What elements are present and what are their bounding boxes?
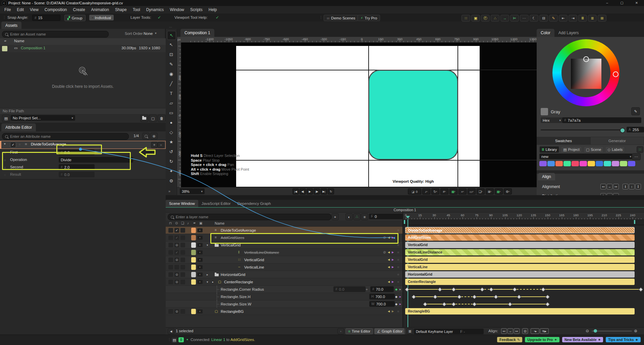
swatch-4[interactable] bbox=[572, 161, 579, 166]
enabled-checkbox[interactable]: ✓ bbox=[174, 228, 179, 233]
loop-button[interactable]: ↻ bbox=[328, 188, 334, 194]
project-button[interactable]: ▤Project bbox=[561, 146, 582, 153]
tab-viewport-composition[interactable]: Composition 1 bbox=[180, 29, 214, 37]
align-keys-right-icon[interactable]: ↦ bbox=[514, 328, 520, 334]
console-icon[interactable]: ▤ bbox=[171, 337, 178, 343]
enabled-checkbox[interactable]: ✓ bbox=[174, 235, 179, 240]
swatch-6[interactable] bbox=[588, 161, 595, 166]
layer-name[interactable]: DivideToGetAverage bbox=[221, 227, 256, 234]
keyframe[interactable] bbox=[489, 287, 493, 292]
layer-name[interactable]: VerticalLine bbox=[244, 264, 264, 271]
next-keyframe-icon[interactable]: ▸ bbox=[399, 286, 401, 293]
prev-keyframe-icon[interactable]: ◀ bbox=[388, 308, 390, 315]
current-color-chip[interactable] bbox=[541, 108, 548, 115]
track-bar-dividetogetaverage[interactable]: DivideToGetAverage bbox=[405, 227, 635, 233]
keyframe[interactable] bbox=[494, 295, 498, 299]
swatch-5[interactable] bbox=[580, 161, 587, 166]
render-toggle[interactable]: ◖ bbox=[197, 250, 203, 254]
camera-counter[interactable]: ◪ 0 bbox=[408, 188, 421, 194]
visibility-toggle[interactable]: ⊙ bbox=[174, 272, 179, 277]
statusbar-grip[interactable]: ⋮ bbox=[168, 338, 171, 341]
align-left-icon[interactable]: ↤ bbox=[600, 184, 606, 189]
menu-file[interactable]: File bbox=[1, 6, 14, 14]
composition-area[interactable]: Viewport Quality: High bbox=[236, 46, 480, 187]
hex-mode-select[interactable]: Hex ▾ bbox=[541, 117, 563, 123]
alpha-slider-knob[interactable] bbox=[620, 128, 625, 133]
next-frame-button[interactable]: |▶ bbox=[314, 188, 320, 194]
zoom-out-icon[interactable]: ⊖ bbox=[586, 329, 589, 333]
keyframe-diamond-icon[interactable]: ◆ bbox=[395, 293, 397, 300]
play-button[interactable]: ▶ bbox=[307, 188, 313, 194]
layers-name-header[interactable]: Name bbox=[215, 221, 224, 225]
swatch-1[interactable] bbox=[547, 161, 555, 166]
layer-row-rectangle-size-w[interactable]: Rectangle.Size.WW700.0◆▸ bbox=[166, 300, 402, 308]
splitter[interactable] bbox=[166, 195, 644, 200]
keyframe[interactable] bbox=[517, 295, 521, 299]
panel-icon[interactable]: ▢ bbox=[149, 115, 157, 122]
message-count-badge[interactable]: 0 bbox=[178, 337, 184, 342]
toolbar-field-box-icon[interactable]: ⊟ bbox=[539, 15, 548, 21]
keyframe[interactable] bbox=[433, 295, 437, 299]
toolbar-frame-badge-icon[interactable]: Ⓕ bbox=[481, 15, 490, 21]
toolbar-motion-arrow-icon[interactable]: → bbox=[500, 15, 509, 21]
tab-color[interactable]: Color bbox=[537, 29, 554, 37]
node-name[interactable]: DivideToGetAverage bbox=[31, 142, 66, 146]
keyframe-layer-icon[interactable]: ≣ bbox=[407, 328, 413, 334]
scatter-filter-icon[interactable]: ∴ bbox=[353, 213, 361, 220]
keyframe[interactable] bbox=[451, 287, 456, 292]
layer-row-centerrectangle[interactable]: ⊙◖▾•▢CenterRectangle◀▶○ bbox=[166, 278, 402, 286]
eyedropper-icon[interactable]: ✎ bbox=[631, 107, 640, 115]
value-field[interactable]: #70.0 bbox=[370, 286, 394, 292]
assets-name-header[interactable]: Name bbox=[14, 39, 24, 43]
menu-window[interactable]: Window bbox=[167, 6, 187, 14]
zoom-level-select[interactable]: 38% ▾ bbox=[180, 188, 205, 194]
composition-name[interactable]: Composition 1 bbox=[21, 46, 46, 50]
layer-color-chip[interactable] bbox=[191, 265, 196, 270]
target-circle-icon[interactable]: ○ bbox=[397, 278, 399, 286]
track-bar-verticalgrid[interactable]: VerticalGrid bbox=[405, 242, 635, 248]
attribute-name[interactable]: Rectangle.Size.W bbox=[221, 300, 251, 308]
group-mode-button[interactable]: ▞ Group bbox=[64, 15, 86, 21]
align-keys-center-icon[interactable]: ↔ bbox=[507, 328, 513, 334]
render-toggle[interactable]: ◖ bbox=[197, 265, 203, 269]
demo-scenes-button[interactable]: ⚏ Demo Scenes bbox=[324, 15, 358, 21]
try-pro-button[interactable]: ⚡ Try Pro bbox=[358, 15, 380, 21]
keyframe[interactable] bbox=[472, 295, 477, 299]
toolbar-moon-icon[interactable]: ☾ bbox=[530, 15, 538, 21]
align-top-icon[interactable]: ↥ bbox=[623, 184, 628, 189]
layer-color-chip[interactable] bbox=[191, 272, 196, 277]
header-audio-icon[interactable]: ♪ bbox=[187, 221, 189, 225]
new-beta-button[interactable]: New Beta Available✷ bbox=[562, 337, 603, 342]
render-toggle[interactable]: ◖ bbox=[197, 273, 203, 277]
layer-color-chip[interactable] bbox=[191, 228, 196, 233]
enabled-checkbox[interactable] bbox=[174, 265, 179, 270]
toolbar-align-end-icon[interactable]: ⇥ bbox=[569, 15, 577, 21]
toolbar-columns-icon[interactable]: Ⅲ bbox=[578, 15, 587, 21]
close-button[interactable]: ✕ bbox=[629, 0, 644, 6]
header-camera-icon[interactable]: ▣ bbox=[199, 221, 202, 225]
collapse-icon[interactable]: ◀ bbox=[168, 328, 174, 334]
header-render-icon[interactable]: ❏ bbox=[181, 221, 184, 225]
menu-composition[interactable]: Composition bbox=[42, 6, 70, 14]
render-toggle[interactable]: ◖ bbox=[197, 309, 203, 313]
toolbar-scatter-icon[interactable]: ∴ bbox=[491, 15, 499, 21]
toolbar-rows-icon[interactable]: ≣ bbox=[588, 15, 597, 21]
go-to-start-button[interactable]: |◀ bbox=[292, 188, 299, 194]
layer-row-verticallinedistance[interactable]: ✓◖‖VerticalLineDistance⊘◀▶○ bbox=[166, 249, 402, 256]
prev-keyframe-icon[interactable]: ◀ bbox=[388, 264, 390, 271]
layer-tools-check-icon[interactable]: ✓ bbox=[158, 15, 161, 20]
prev-keyframe-icon[interactable]: ◀ bbox=[388, 278, 390, 286]
box-icon[interactable]: ⊡ bbox=[522, 328, 528, 334]
alpha-slider[interactable] bbox=[541, 129, 624, 130]
menu-tool[interactable]: Tool bbox=[130, 6, 143, 14]
toolbar-grip[interactable]: ⋮ bbox=[3, 15, 6, 19]
align-right-icon[interactable]: ↦ bbox=[613, 184, 619, 189]
layer-row-rectanglebg[interactable]: ⊙◖▢RectangleBG◀▶○ bbox=[166, 308, 402, 315]
track-bar-addgridsizes[interactable]: AddGridSizes bbox=[405, 234, 635, 241]
more-tools-icon[interactable]: » bbox=[168, 189, 170, 193]
layer-color-chip[interactable] bbox=[191, 235, 196, 240]
time-editor-button[interactable]: ≡ Time Editor bbox=[345, 328, 373, 334]
menu-edit[interactable]: Edit bbox=[14, 6, 27, 14]
sort-order-select[interactable]: None bbox=[144, 32, 153, 36]
asset-search-input[interactable]: Enter an Asset name bbox=[2, 31, 109, 38]
